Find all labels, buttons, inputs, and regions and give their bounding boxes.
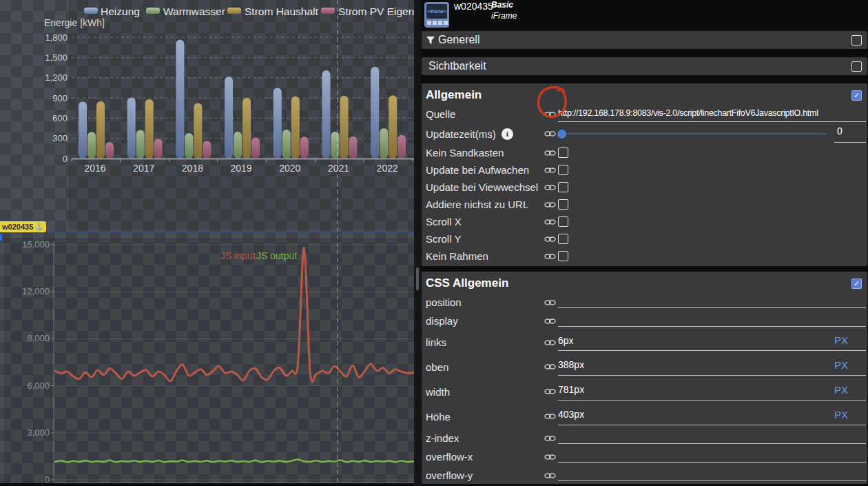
link-icon[interactable] bbox=[544, 252, 556, 261]
unit-input[interactable]: 781pxPX bbox=[558, 379, 866, 401]
link-icon[interactable] bbox=[544, 166, 556, 174]
unit-input[interactable]: 388pxPX bbox=[558, 354, 866, 376]
property-label: Updatezeit(ms) bbox=[426, 128, 496, 140]
legend-js-output[interactable]: JS output bbox=[256, 250, 297, 261]
widget-tag[interactable]: w020435 ⚓ bbox=[0, 221, 46, 232]
section-generell[interactable]: Generell bbox=[422, 31, 867, 49]
text-input[interactable] bbox=[558, 293, 866, 308]
link-icon[interactable] bbox=[544, 218, 556, 226]
unit-input[interactable]: 6pxPX bbox=[558, 330, 866, 351]
section-checkbox[interactable] bbox=[851, 35, 862, 45]
checkbox-control bbox=[558, 199, 866, 210]
bar-Strom Haushalt bbox=[194, 103, 202, 159]
property-checkbox[interactable] bbox=[558, 148, 568, 158]
slider-value-input[interactable]: 0 bbox=[834, 125, 866, 143]
bar-Heizung bbox=[322, 70, 331, 159]
legend-swatch-Strom Haushalt[interactable] bbox=[227, 8, 241, 14]
view-canvas[interactable]: 3006009001,2001,5001,8000Energie [kWh]20… bbox=[0, 0, 414, 486]
link-icon[interactable] bbox=[544, 149, 556, 157]
section-checkbox[interactable]: ✓ bbox=[851, 90, 862, 101]
iframe-widget-icon: <iframe> bbox=[424, 1, 451, 29]
bar-Strom Haushalt bbox=[291, 97, 300, 159]
bar-Heizung bbox=[127, 98, 136, 159]
link-icon[interactable] bbox=[544, 412, 556, 421]
property-input[interactable]: 388px bbox=[558, 359, 584, 370]
property-checkbox[interactable] bbox=[558, 251, 568, 261]
link-icon[interactable] bbox=[544, 201, 556, 209]
text-input[interactable] bbox=[558, 429, 866, 444]
link-icon[interactable] bbox=[544, 298, 556, 307]
text-input[interactable] bbox=[558, 466, 866, 481]
property-row-update-bei-aufwachen: Update bei Aufwachen bbox=[422, 161, 867, 179]
property-label: Scroll X bbox=[426, 216, 462, 227]
panel-scrollbar[interactable] bbox=[414, 0, 421, 486]
bar-xtick-label: 2020 bbox=[279, 163, 300, 174]
property-input[interactable]: 403px bbox=[558, 409, 584, 420]
link-icon[interactable] bbox=[544, 363, 556, 371]
slider-thumb[interactable] bbox=[557, 130, 566, 139]
line-chart-widget-area bbox=[4, 238, 414, 483]
property-input[interactable]: http://192.168.178.9:8083/vis-2.0/script… bbox=[558, 108, 818, 118]
unit-px-button[interactable]: PX bbox=[834, 384, 866, 396]
section-checkbox[interactable]: ✓ bbox=[851, 279, 862, 289]
widget-selection-line bbox=[0, 232, 414, 233]
link-icon[interactable] bbox=[544, 130, 556, 138]
link-icon[interactable] bbox=[544, 472, 556, 480]
bar-Warmwasser bbox=[87, 132, 96, 159]
text-input[interactable]: http://192.168.178.9:8083/vis-2.0/script… bbox=[558, 105, 866, 122]
view-bottom-edge bbox=[0, 483, 414, 486]
property-label: overflow-y bbox=[426, 469, 473, 481]
property-label: position bbox=[426, 296, 462, 308]
legend-swatch-Heizung[interactable] bbox=[84, 8, 98, 14]
checkbox-control bbox=[558, 216, 866, 227]
property-input[interactable]: 781px bbox=[558, 384, 584, 395]
legend-label[interactable]: Strom Haushalt bbox=[245, 6, 319, 17]
info-icon[interactable]: i bbox=[502, 128, 513, 140]
link-icon[interactable] bbox=[544, 183, 556, 192]
link-icon[interactable] bbox=[544, 235, 556, 243]
property-checkbox[interactable] bbox=[558, 234, 568, 244]
unit-px-button[interactable]: PX bbox=[834, 409, 866, 421]
bar-ytick-label: 1,500 bbox=[45, 52, 68, 63]
update-interval-slider[interactable] bbox=[558, 133, 826, 134]
section-allgemein: Allgemein✓Quellehttp://192.168.178.9:808… bbox=[422, 83, 867, 266]
bar-Heizung bbox=[225, 77, 233, 159]
link-icon[interactable] bbox=[544, 387, 556, 396]
text-input[interactable] bbox=[558, 312, 866, 327]
link-icon[interactable] bbox=[544, 338, 556, 347]
link-icon[interactable] bbox=[544, 453, 556, 461]
property-input[interactable]: 6px bbox=[558, 335, 574, 346]
legend-label[interactable]: Warmwasser bbox=[163, 6, 225, 17]
unit-px-button[interactable]: PX bbox=[834, 334, 866, 346]
widget-selection-handle[interactable] bbox=[0, 234, 2, 241]
legend-label[interactable]: Strom PV Eigenve bbox=[338, 6, 414, 17]
line-ytick-label: 6,000 bbox=[27, 381, 50, 391]
legend-swatch-Strom PV Eigenve[interactable] bbox=[321, 8, 335, 14]
legend-js-input[interactable]: JS input bbox=[220, 250, 256, 261]
bar-Strom Haushalt bbox=[145, 99, 154, 159]
widget-tag-label: w020435 bbox=[2, 221, 33, 232]
properties-panel: <iframe> w020435 Basic iFrame Generell S… bbox=[414, 0, 868, 486]
text-input[interactable] bbox=[558, 447, 866, 463]
section-sichtbarkeit[interactable]: Sichtbarkeit bbox=[422, 57, 867, 75]
bar-Warmwasser bbox=[234, 132, 242, 159]
bar-Heizung bbox=[273, 88, 282, 159]
property-label: display bbox=[426, 315, 458, 327]
charts-layer: 3006009001,2001,5001,8000Energie [kWh]20… bbox=[0, 0, 414, 486]
property-checkbox[interactable] bbox=[558, 216, 568, 227]
link-icon[interactable] bbox=[544, 434, 556, 443]
legend-label[interactable]: Heizung bbox=[101, 6, 140, 17]
property-checkbox[interactable] bbox=[558, 182, 568, 192]
property-label: Addiere nichst zu URL bbox=[426, 199, 528, 210]
link-icon[interactable] bbox=[544, 110, 556, 119]
property-checkbox[interactable] bbox=[558, 199, 568, 210]
link-icon[interactable] bbox=[544, 317, 556, 325]
unit-input[interactable]: 403pxPX bbox=[558, 404, 866, 425]
legend-swatch-Warmwasser[interactable] bbox=[146, 8, 160, 14]
scrollbar-thumb[interactable] bbox=[416, 267, 419, 290]
unit-px-button[interactable]: PX bbox=[834, 359, 866, 371]
section-checkbox[interactable] bbox=[851, 61, 862, 72]
property-checkbox[interactable] bbox=[558, 165, 568, 175]
anchor-icon: ⚓ bbox=[34, 221, 43, 232]
checkbox-control bbox=[558, 251, 866, 261]
